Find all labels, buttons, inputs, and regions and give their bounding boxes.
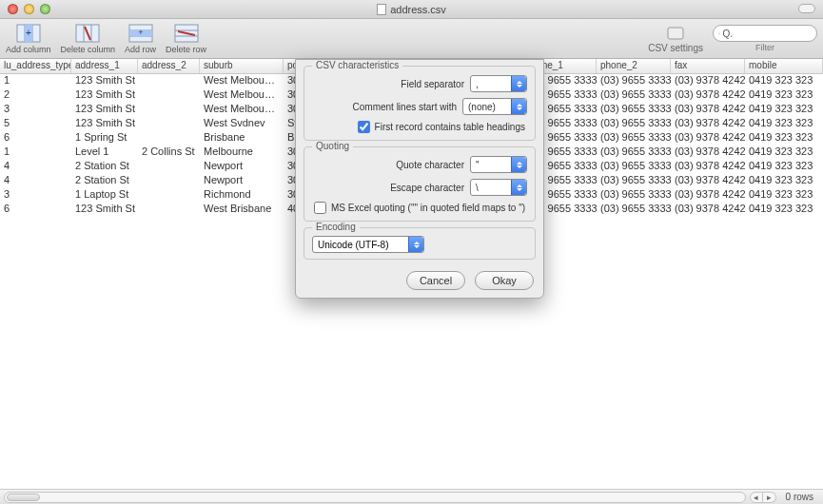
col-phone-2[interactable]: phone_2 [597, 59, 671, 73]
scroll-left-button[interactable]: ◂ [750, 492, 763, 503]
cell: (03) 9378 4242 [671, 117, 745, 131]
search-input[interactable] [735, 29, 812, 39]
field-separator-select[interactable]: , [470, 75, 527, 92]
col-lu-address-type[interactable]: lu_address_type_i [0, 59, 71, 73]
chevron-updown-icon [511, 157, 526, 172]
comment-lines-select[interactable]: (none) [462, 98, 527, 115]
cell [138, 160, 200, 174]
cell: Newport [200, 174, 284, 188]
svg-text:+: + [138, 28, 143, 37]
cell: Level 1 [71, 145, 138, 160]
csv-settings-label: CSV settings [648, 43, 703, 53]
cell: 0419 323 323 [745, 145, 823, 160]
filter-label: Filter [755, 43, 774, 52]
add-column-label: Add column [6, 45, 51, 54]
cell: 0419 323 323 [745, 188, 823, 203]
col-address-1[interactable]: address_1 [71, 59, 138, 73]
delete-row-button[interactable]: Delete row [166, 23, 206, 54]
search-icon [718, 29, 720, 39]
cell: Brisbane [200, 131, 284, 145]
cell: (03) 9378 4242 [671, 160, 745, 174]
footer: ◂ ▸ 0 rows [0, 489, 823, 504]
cell: (03) 9655 3333 [597, 174, 671, 188]
cell: 1 Laptop St [71, 188, 138, 203]
cell [138, 88, 200, 103]
csv-settings-button[interactable]: CSV settings [648, 25, 703, 53]
col-mobile[interactable]: mobile [745, 59, 823, 73]
excel-quoting-label: MS Excel quoting ("" in quoted field map… [331, 203, 525, 213]
cell: (03) 9655 3333 [597, 203, 671, 217]
cell: 1 Spring St [71, 131, 138, 145]
cell: 2 Station St [71, 174, 138, 188]
add-row-button[interactable]: + Add row [125, 23, 156, 54]
cell: West Svdnev [200, 117, 284, 131]
quote-char-select[interactable]: " [470, 156, 527, 173]
cell: 123 Smith St [71, 88, 138, 103]
toolbar-toggle-button[interactable] [798, 4, 815, 13]
svg-line-20 [720, 33, 721, 34]
cell: West Melbou… [200, 88, 284, 103]
search-field[interactable]: Q. [713, 25, 817, 42]
add-column-button[interactable]: + Add column [6, 23, 51, 54]
cell: (03) 9378 4242 [671, 188, 745, 203]
encoding-group: Encoding Unicode (UTF-8) [304, 227, 536, 260]
cell: 3 [0, 188, 71, 203]
zoom-window-button[interactable] [40, 4, 50, 14]
svg-rect-18 [668, 28, 683, 39]
minimize-window-button[interactable] [24, 4, 34, 14]
cell: (03) 9655 3333 [597, 103, 671, 117]
escape-char-select[interactable]: \ [470, 179, 527, 196]
cell: 123 Smith St [71, 74, 138, 88]
csv-characteristics-group: CSV characteristics Field separator , Co… [304, 66, 536, 141]
cell [138, 117, 200, 131]
search-q-label: Q. [722, 29, 733, 39]
add-row-label: Add row [125, 45, 156, 54]
cell: (03) 9655 3333 [597, 160, 671, 174]
cell: 5 [0, 117, 71, 131]
first-record-label: First record contains table headings [375, 122, 525, 132]
okay-button[interactable]: Okay [475, 271, 534, 290]
encoding-select[interactable]: Unicode (UTF-8) [312, 236, 424, 253]
cell [138, 103, 200, 117]
cell: West Melbou… [200, 103, 284, 117]
comment-lines-label: Comment lines start with [353, 102, 457, 112]
cell: West Melbou… [200, 74, 284, 88]
status-text: 0 rows [776, 492, 823, 502]
cell: (03) 9378 4242 [671, 145, 745, 160]
cell: (03) 9655 3333 [597, 88, 671, 103]
quote-char-label: Quote character [396, 160, 464, 170]
delete-column-button[interactable]: Delete column [61, 23, 116, 54]
delete-column-label: Delete column [61, 45, 116, 54]
horizontal-scrollbar[interactable] [4, 492, 746, 503]
cell: (03) 9655 3333 [597, 131, 671, 145]
cell: 0419 323 323 [745, 117, 823, 131]
cell: 123 Smith St [71, 103, 138, 117]
cancel-button[interactable]: Cancel [406, 271, 465, 290]
cell: 2 Collins St [138, 145, 200, 160]
cell: 0419 323 323 [745, 74, 823, 88]
close-window-button[interactable] [8, 4, 18, 14]
chevron-updown-icon [511, 99, 526, 114]
excel-quoting-checkbox[interactable] [314, 202, 326, 214]
cell: (03) 9655 3333 [597, 145, 671, 160]
group-legend: CSV characteristics [312, 60, 402, 70]
quoting-group: Quoting Quote character " Escape charact… [304, 146, 536, 222]
cell: (03) 9655 3333 [597, 188, 671, 203]
cell [138, 174, 200, 188]
titlebar: address.csv [0, 0, 823, 19]
col-fax[interactable]: fax [671, 59, 745, 73]
cell: 0419 323 323 [745, 131, 823, 145]
first-record-checkbox[interactable] [358, 121, 370, 133]
cell: 0419 323 323 [745, 174, 823, 188]
cell: 2 Station St [71, 160, 138, 174]
window-title: address.csv [0, 4, 823, 15]
scroll-thumb[interactable] [7, 494, 40, 501]
cell: West Brisbane [200, 203, 284, 217]
csv-settings-sheet: CSV characteristics Field separator , Co… [295, 59, 544, 299]
col-address-2[interactable]: address_2 [138, 59, 200, 73]
cell: 1 [0, 74, 71, 88]
col-suburb[interactable]: suburb [200, 59, 284, 73]
scroll-right-button[interactable]: ▸ [763, 492, 776, 503]
cell [138, 74, 200, 88]
cell: Richmond [200, 188, 284, 203]
